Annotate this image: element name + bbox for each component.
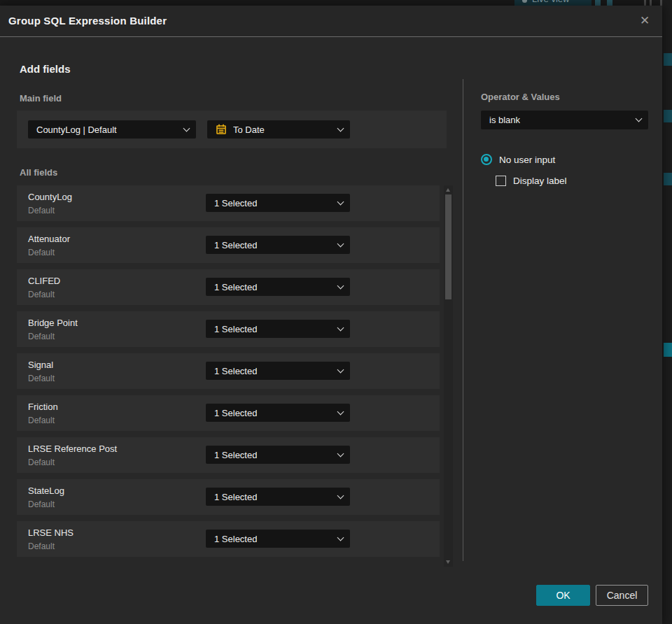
scrollbar-thumb[interactable] <box>445 194 451 299</box>
scroll-up-icon[interactable] <box>446 188 450 192</box>
all-fields-list: CountyLog Default 1 Selected Attenuator … <box>17 185 440 563</box>
operator-values-heading: Operator & Values <box>481 92 560 102</box>
no-user-input-radio[interactable]: No user input <box>481 154 555 165</box>
field-selected-value: 1 Selected <box>214 324 257 334</box>
dialog-header: Group SQL Expression Builder ✕ <box>0 6 662 37</box>
field-name: CountyLog <box>28 192 72 202</box>
backdrop-fragment <box>664 110 672 122</box>
field-subtitle: Default <box>28 248 55 257</box>
field-selected-value: 1 Selected <box>214 198 257 208</box>
screen: Live view Group SQL Expression Builder ✕… <box>0 0 672 624</box>
field-selected-value: 1 Selected <box>214 492 257 502</box>
main-field-dropdown[interactable]: CountyLog | Default <box>28 120 196 139</box>
field-selected-value: 1 Selected <box>214 366 257 376</box>
field-selected-dropdown[interactable]: 1 Selected <box>206 488 350 506</box>
field-selected-value: 1 Selected <box>214 240 257 250</box>
operator-dropdown[interactable]: is blank <box>481 111 648 129</box>
chevron-down-icon <box>337 125 344 132</box>
field-name: Attenuator <box>28 234 70 244</box>
chevron-down-icon <box>337 324 344 331</box>
chevron-down-icon <box>337 366 344 373</box>
field-subtitle: Default <box>28 206 55 215</box>
field-row: Signal Default 1 Selected <box>17 353 440 389</box>
backdrop-fragment <box>650 0 652 6</box>
field-name: Friction <box>28 402 58 412</box>
checkbox-unchecked-icon <box>496 176 506 186</box>
ok-button[interactable]: OK <box>536 585 590 606</box>
all-fields-label: All fields <box>20 167 57 178</box>
field-selected-dropdown[interactable]: 1 Selected <box>206 530 350 548</box>
chevron-down-icon <box>636 115 643 122</box>
group-sql-expression-builder-dialog: Group SQL Expression Builder ✕ Add field… <box>0 6 662 624</box>
live-view-label: Live view <box>532 0 569 4</box>
live-view-indicator-dot <box>522 0 527 3</box>
backdrop-fragment <box>595 0 601 6</box>
field-name: Bridge Point <box>28 318 78 328</box>
field-selected-value: 1 Selected <box>214 450 257 460</box>
field-name: Signal <box>28 360 53 370</box>
field-selected-dropdown[interactable]: 1 Selected <box>206 194 350 212</box>
chevron-down-icon <box>337 240 344 247</box>
backdrop-fragment <box>644 0 646 6</box>
chevron-down-icon <box>337 534 344 541</box>
field-subtitle: Default <box>28 416 55 425</box>
cancel-button[interactable]: Cancel <box>596 585 648 606</box>
field-row: CountyLog Default 1 Selected <box>17 185 440 221</box>
field-subtitle: Default <box>28 541 55 551</box>
field-name: StateLog <box>28 485 64 496</box>
field-name: LRSE Reference Post <box>28 444 117 454</box>
field-subtitle: Default <box>28 499 55 509</box>
backdrop-fragment <box>607 0 612 6</box>
field-selected-dropdown[interactable]: 1 Selected <box>206 446 350 464</box>
scroll-down-icon[interactable] <box>446 560 450 564</box>
chevron-down-icon <box>337 492 344 499</box>
field-selected-value: 1 Selected <box>214 282 257 292</box>
field-row: Bridge Point Default 1 Selected <box>17 311 440 347</box>
checkbox-label: Display label <box>513 176 567 186</box>
field-row: Attenuator Default 1 Selected <box>17 227 440 263</box>
backdrop-fragment <box>664 343 672 357</box>
dialog-title: Group SQL Expression Builder <box>8 15 167 27</box>
calendar-icon <box>216 124 227 135</box>
radio-selected-icon <box>481 154 492 165</box>
field-row: Friction Default 1 Selected <box>17 395 440 431</box>
radio-label: No user input <box>499 155 555 165</box>
field-type-dropdown-value: To Date <box>233 125 265 135</box>
field-subtitle: Default <box>28 374 55 383</box>
backdrop-right-sliver <box>662 0 672 624</box>
main-field-label: Main field <box>20 93 62 104</box>
field-subtitle: Default <box>28 332 55 341</box>
field-subtitle: Default <box>28 458 55 467</box>
field-row: CLIFED Default 1 Selected <box>17 269 440 305</box>
add-fields-heading: Add fields <box>20 63 71 75</box>
field-name: CLIFED <box>28 276 60 286</box>
chevron-down-icon <box>183 125 190 132</box>
field-type-dropdown[interactable]: To Date <box>207 120 350 139</box>
field-row: LRSE Reference Post Default 1 Selected <box>17 437 440 473</box>
backdrop-fragment <box>664 53 672 66</box>
field-selected-value: 1 Selected <box>214 534 257 544</box>
main-field-panel: CountyLog | Default To Date <box>17 111 447 148</box>
field-selected-dropdown[interactable]: 1 Selected <box>206 404 350 422</box>
backdrop-fragment <box>664 173 672 185</box>
chevron-down-icon <box>337 408 344 415</box>
field-selected-value: 1 Selected <box>214 408 257 418</box>
field-selected-dropdown[interactable]: 1 Selected <box>206 320 350 338</box>
display-label-checkbox[interactable]: Display label <box>496 176 567 186</box>
chevron-down-icon <box>337 450 344 457</box>
main-field-dropdown-value: CountyLog | Default <box>36 125 117 135</box>
chevron-down-icon <box>337 198 344 205</box>
backdrop-toolbar: Live view <box>0 0 672 6</box>
field-selected-dropdown[interactable]: 1 Selected <box>206 236 350 254</box>
field-row: StateLog Default 1 Selected <box>17 479 440 515</box>
field-subtitle: Default <box>28 290 55 299</box>
chevron-down-icon <box>337 282 344 289</box>
panel-divider <box>463 79 463 561</box>
field-selected-dropdown[interactable]: 1 Selected <box>206 278 350 296</box>
live-view-button[interactable]: Live view <box>514 0 592 6</box>
operator-dropdown-value: is blank <box>489 115 520 125</box>
field-name: LRSE NHS <box>28 527 74 538</box>
close-icon[interactable]: ✕ <box>637 13 652 29</box>
scrollbar[interactable] <box>444 185 453 567</box>
field-selected-dropdown[interactable]: 1 Selected <box>206 362 350 380</box>
